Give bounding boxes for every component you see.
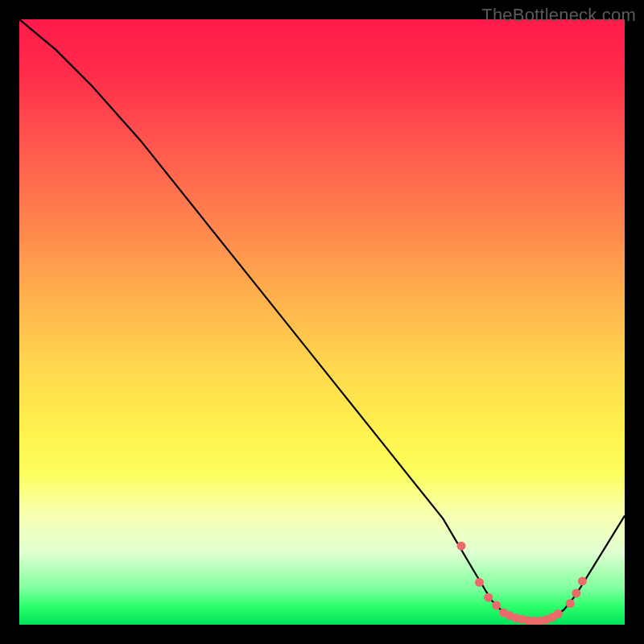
watermark-text: TheBottleneck.com [481,5,636,26]
highlight-markers [457,542,587,625]
marker-point [475,578,484,587]
marker-point [578,576,587,585]
chart-plot-area [19,19,625,625]
marker-point [566,599,575,608]
marker-point [484,593,493,602]
chart-svg [19,19,625,625]
marker-point [572,588,580,597]
marker-point [457,542,466,551]
bottleneck-curve-line [19,19,625,621]
marker-point [492,601,501,609]
marker-point [554,609,563,618]
